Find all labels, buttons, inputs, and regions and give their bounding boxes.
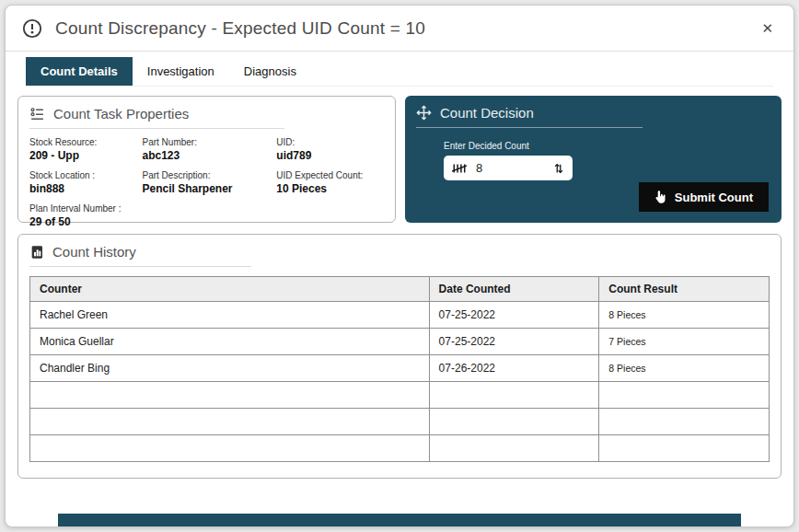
cell-count-result xyxy=(599,382,770,409)
table-row xyxy=(30,382,770,409)
cell-count-result: 7 Pieces xyxy=(599,329,770,355)
table-row xyxy=(30,435,770,462)
field-uid: UID: uid789 xyxy=(276,137,384,162)
tally-count-icon xyxy=(452,162,467,175)
column-header-counter: Counter xyxy=(30,277,430,302)
column-header-count-result: Count Result xyxy=(599,277,770,302)
list-properties-icon xyxy=(29,106,45,121)
table-row: Rachel Green 07-25-2022 8 Pieces xyxy=(30,302,770,329)
cell-count-result xyxy=(599,409,770,435)
cell-date-counted xyxy=(429,409,599,435)
field-stock-resource: Stock Resource: 209 - Upp xyxy=(29,137,143,162)
count-decision-panel: Count Decision Enter Decided Count xyxy=(405,96,782,223)
cell-counter: Monica Guellar xyxy=(30,329,430,355)
count-task-properties-title: Count Task Properties xyxy=(29,106,284,129)
task-properties-fields: Stock Resource: 209 - Upp Part Number: a… xyxy=(29,137,384,228)
stepper-arrows-icon[interactable] xyxy=(553,162,564,175)
four-way-arrows-icon xyxy=(416,105,432,121)
count-history-panel: Count History Counter Date Counted Count… xyxy=(17,234,782,479)
cell-counter xyxy=(30,409,430,435)
decided-count-field[interactable] xyxy=(444,156,573,180)
alert-info-icon xyxy=(22,18,42,39)
dialog-header: Count Discrepancy - Expected UID Count =… xyxy=(6,6,793,52)
table-row xyxy=(30,409,770,435)
table-header-row: Counter Date Counted Count Result xyxy=(30,277,770,302)
decided-count-input[interactable] xyxy=(474,160,546,176)
cell-counter xyxy=(30,382,430,409)
tab-bar: Count Details Investigation Diagnosis xyxy=(26,57,773,87)
tab-investigation[interactable]: Investigation xyxy=(133,57,229,86)
tab-diagnosis[interactable]: Diagnosis xyxy=(229,57,311,86)
close-icon[interactable]: ✕ xyxy=(758,17,777,40)
count-decision-title: Count Decision xyxy=(416,105,643,128)
bar-chart-document-icon xyxy=(29,245,44,260)
tab-content: Count Task Properties Stock Resource: 20… xyxy=(6,87,793,479)
count-history-table: Counter Date Counted Count Result Rachel… xyxy=(29,276,770,462)
cell-date-counted xyxy=(429,435,599,462)
field-plan-interval-number: Plan Interval Number : 29 of 50 xyxy=(29,203,143,228)
table-row: Monica Guellar 07-25-2022 7 Pieces xyxy=(30,329,770,355)
count-task-properties-panel: Count Task Properties Stock Resource: 20… xyxy=(17,96,396,223)
cell-date-counted: 07-26-2022 xyxy=(429,355,599,382)
footer-bar xyxy=(58,514,741,526)
cell-counter: Chandler Bing xyxy=(30,355,430,382)
cell-counter xyxy=(30,435,430,462)
cell-date-counted xyxy=(429,382,599,409)
column-header-date-counted: Date Counted xyxy=(429,277,599,302)
dialog-window: Count Discrepancy - Expected UID Count =… xyxy=(5,5,794,527)
page-title: Count Discrepancy - Expected UID Count =… xyxy=(55,18,425,39)
table-row: Chandler Bing 07-26-2022 8 Pieces xyxy=(30,355,770,382)
hand-click-icon xyxy=(654,190,666,204)
cell-count-result: 8 Pieces xyxy=(599,355,770,382)
field-part-number: Part Number: abc123 xyxy=(143,137,277,162)
cell-date-counted: 07-25-2022 xyxy=(429,302,599,329)
cell-date-counted: 07-25-2022 xyxy=(429,329,599,355)
cell-count-result: 8 Pieces xyxy=(599,302,770,329)
field-part-description: Part Description: Pencil Sharpener xyxy=(143,170,277,195)
field-stock-location: Stock Location : bin888 xyxy=(29,170,143,195)
decided-count-label: Enter Decided Count xyxy=(444,141,770,151)
tab-count-details[interactable]: Count Details xyxy=(26,57,133,86)
count-history-title: Count History xyxy=(29,244,251,267)
cell-counter: Rachel Green xyxy=(30,302,430,329)
cell-count-result xyxy=(599,435,770,462)
field-uid-expected-count: UID Expected Count: 10 Pieces xyxy=(276,170,384,195)
submit-count-button[interactable]: Submit Count xyxy=(639,182,769,212)
